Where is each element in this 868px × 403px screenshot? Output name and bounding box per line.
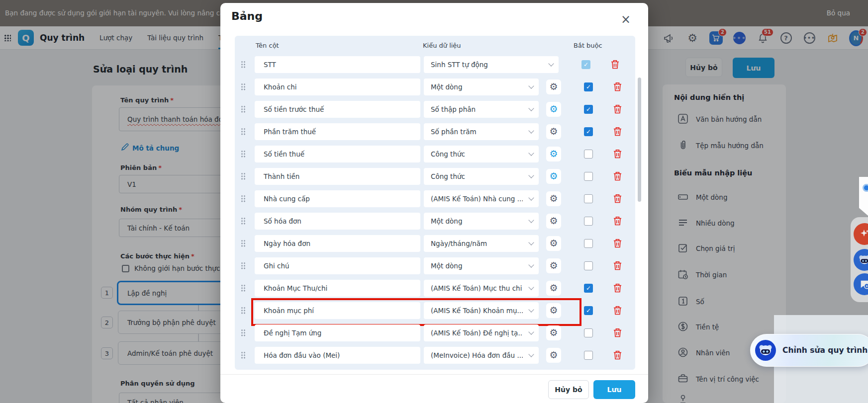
delete-column-button[interactable] (611, 80, 624, 94)
required-checkbox[interactable]: ✓ (584, 239, 593, 248)
drag-handle-icon[interactable] (241, 83, 246, 91)
drag-handle-icon[interactable] (241, 195, 246, 203)
support-chat-button[interactable] (854, 273, 868, 295)
column-settings-button[interactable]: ⚙ (546, 236, 561, 251)
required-checkbox[interactable]: ✓ (584, 194, 593, 203)
column-name-input[interactable]: Khoản mục phí (255, 302, 420, 319)
drag-handle-icon[interactable] (241, 172, 246, 180)
data-type-select[interactable]: Ngày/tháng/năm (424, 235, 539, 252)
required-checkbox[interactable]: ✓ (584, 351, 593, 360)
ava-bot-button[interactable] (854, 249, 868, 271)
data-type-select[interactable]: (AMIS Kế Toán) Đề nghị tạ... (424, 324, 539, 341)
column-settings-button[interactable]: ⚙ (546, 214, 561, 229)
column-name-input[interactable]: Số tiền trước thuế (255, 101, 420, 118)
delete-column-button[interactable] (611, 303, 624, 318)
modal-footer-divider (220, 374, 648, 375)
column-name-input[interactable]: Nhà cung cấp (255, 190, 420, 207)
delete-column-button[interactable] (611, 102, 624, 117)
column-settings-button[interactable]: ⚙ (546, 348, 561, 363)
column-settings-button[interactable]: ⚙ (546, 147, 561, 161)
drag-handle-icon[interactable] (241, 105, 246, 113)
drag-handle-icon[interactable] (241, 240, 246, 247)
drag-handle-icon[interactable] (241, 284, 246, 292)
column-settings-button[interactable]: ⚙ (546, 191, 561, 206)
required-checkbox[interactable]: ✓ (584, 105, 593, 114)
data-type-select[interactable]: Công thức (424, 168, 539, 185)
gear-icon: ⚙ (549, 306, 558, 315)
data-type-select[interactable]: Một dòng (424, 257, 539, 274)
column-name-input[interactable]: Khoản Mục Thu/chi (255, 280, 420, 297)
ai-sparkle-button[interactable] (854, 223, 868, 245)
column-settings-button[interactable]: ⚙ (546, 80, 561, 94)
drag-handle-icon[interactable] (241, 329, 246, 337)
delete-column-button[interactable] (611, 258, 624, 273)
column-settings-button[interactable]: ⚙ (546, 303, 561, 318)
column-name-input[interactable]: Ngày hóa đơn (255, 235, 420, 252)
column-settings-button[interactable]: ⚙ (546, 281, 561, 296)
data-type-select[interactable]: (MeInvoice) Hóa đơn đầu ... (424, 347, 539, 364)
delete-column-button[interactable] (611, 348, 624, 363)
drag-handle-icon[interactable] (241, 351, 246, 359)
required-checkbox[interactable]: ✓ (584, 284, 593, 293)
table-row: STT Sinh STT tự động ⚙ ✓ (235, 53, 635, 76)
chevron-down-icon (528, 351, 534, 357)
modal-cancel-button[interactable]: Hủy bỏ (548, 380, 589, 399)
data-type-select[interactable]: (AMIS Kế Toán) Nhà cung ... (424, 190, 539, 207)
shield-icon (863, 184, 868, 192)
delete-column-button[interactable] (611, 169, 624, 184)
delete-column-button[interactable] (611, 325, 624, 340)
data-type-select[interactable]: Một dòng (424, 79, 539, 95)
drag-handle-icon[interactable] (241, 128, 246, 136)
column-settings-button[interactable]: ⚙ (546, 169, 561, 184)
data-type-select[interactable]: Số phần trăm (424, 123, 539, 140)
column-settings-button[interactable]: ⚙ (546, 124, 561, 139)
column-name-input[interactable]: Thành tiền (255, 168, 420, 185)
data-type-select[interactable]: (AMIS Kế Toán) Khoản mụ... (424, 302, 539, 319)
ava-assistant-pill[interactable]: Chỉnh sửa quy trình với AVA (750, 334, 868, 367)
table-row: Khoản chi Một dòng ⚙ ✓ (235, 76, 635, 98)
data-type-select[interactable]: Công thức (424, 146, 539, 162)
delete-column-button[interactable] (611, 281, 624, 296)
required-checkbox[interactable]: ✓ (584, 82, 593, 91)
drag-handle-icon[interactable] (241, 262, 246, 270)
column-settings-button[interactable]: ⚙ (546, 258, 561, 273)
trash-icon (613, 104, 622, 114)
delete-column-button[interactable] (611, 147, 624, 161)
column-name-input[interactable]: Phần trăm thuế (255, 123, 420, 140)
data-type-select[interactable]: Số thập phân (424, 101, 539, 118)
delete-column-button[interactable] (611, 124, 624, 139)
column-settings-button[interactable]: ⚙ (546, 325, 561, 340)
required-checkbox[interactable]: ✓ (581, 60, 590, 69)
drag-handle-icon[interactable] (241, 217, 246, 225)
data-type-select[interactable]: (AMIS Kế Toán) Mục thu chi (424, 280, 539, 297)
required-checkbox[interactable]: ✓ (584, 127, 593, 136)
required-checkbox[interactable]: ✓ (584, 217, 593, 226)
close-icon[interactable]: × (618, 12, 633, 27)
modal-save-button[interactable]: Lưu (593, 380, 635, 399)
delete-column-button[interactable] (611, 191, 624, 206)
delete-column-button[interactable] (611, 214, 624, 229)
drag-handle-icon[interactable] (241, 61, 246, 69)
required-checkbox[interactable]: ✓ (584, 328, 593, 337)
data-type-select[interactable]: Sinh STT tự động (424, 56, 559, 73)
delete-column-button[interactable] (608, 57, 621, 72)
delete-column-button[interactable] (611, 236, 624, 251)
table-row: Hóa đơn đầu vào (Mei) (MeInvoice) Hóa đơ… (235, 344, 635, 366)
column-name-input[interactable]: Ghi chú (255, 257, 420, 274)
modal-scrollbar[interactable] (638, 78, 641, 202)
gear-icon: ⚙ (549, 194, 558, 203)
column-name-input[interactable]: Hóa đơn đầu vào (Mei) (255, 347, 420, 364)
required-checkbox[interactable]: ✓ (584, 172, 593, 181)
column-name-input[interactable]: Số tiền thuế (255, 146, 420, 162)
column-name-input[interactable]: STT (255, 56, 420, 73)
required-checkbox[interactable]: ✓ (584, 261, 593, 270)
required-checkbox[interactable]: ✓ (584, 306, 593, 315)
column-name-input[interactable]: Đề nghị Tạm ứng (255, 324, 420, 341)
column-settings-button[interactable]: ⚙ (546, 102, 561, 117)
column-name-input[interactable]: Số hóa đơn (255, 213, 420, 230)
data-type-select[interactable]: Một dòng (424, 213, 539, 230)
required-checkbox[interactable]: ✓ (584, 150, 593, 159)
column-name-input[interactable]: Khoản chi (255, 79, 420, 95)
drag-handle-icon[interactable] (241, 150, 246, 158)
drag-handle-icon[interactable] (241, 307, 246, 315)
